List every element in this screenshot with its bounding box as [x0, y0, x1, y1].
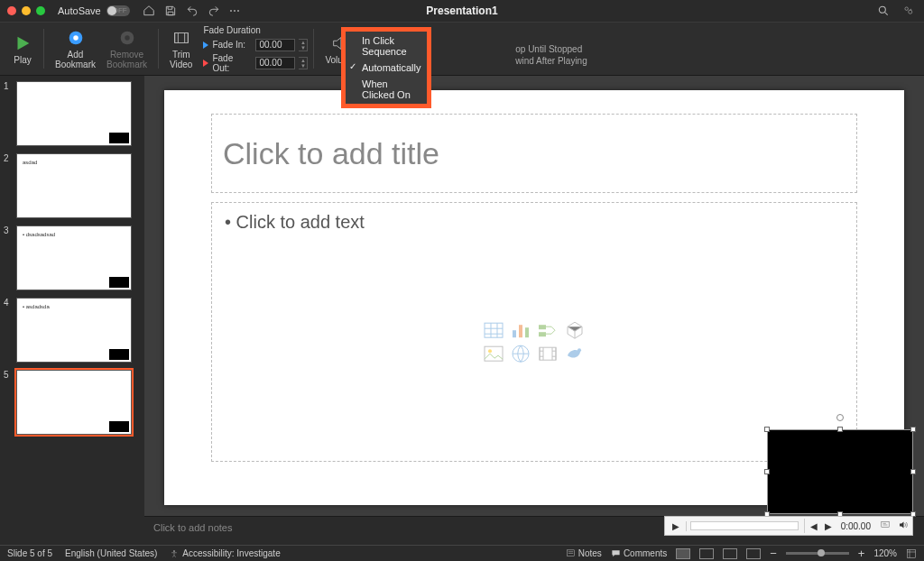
dropdown-item-in-click-sequence[interactable]: In Click Sequence	[346, 32, 427, 60]
document-title: Presentation1	[0, 5, 924, 17]
start-dropdown-menu: In Click Sequence Automatically When Cli…	[341, 27, 431, 108]
fade-out-icon	[203, 60, 208, 67]
comments-toggle[interactable]: Comments	[611, 548, 667, 558]
resize-handle[interactable]	[764, 427, 770, 432]
fade-out-stepper[interactable]: ▲▼	[299, 57, 308, 69]
add-bookmark-label: Add Bookmark	[55, 50, 96, 69]
home-icon[interactable]	[143, 5, 155, 17]
normal-view-button[interactable]	[676, 548, 690, 559]
accessibility-indicator[interactable]: Accessibility: Investigate	[170, 548, 280, 558]
insert-table-icon[interactable]	[483, 319, 504, 337]
fade-duration-group: Fade Duration Fade In: 00.00 ▲▼ Fade Out…	[203, 25, 308, 73]
play-label: Play	[14, 55, 31, 65]
svg-rect-23	[567, 550, 574, 556]
body-placeholder[interactable]: • Click to add text	[211, 202, 857, 462]
slide-thumbnail-panel[interactable]: 1 2asdad 3• dsadsadsad 4• asdadsda 5	[0, 76, 144, 545]
autosave-toggle[interactable]: AutoSave OFF	[58, 5, 130, 16]
zoom-percent[interactable]: 120%	[873, 548, 897, 558]
insert-video-icon[interactable]	[537, 343, 559, 361]
media-seek-track[interactable]	[690, 521, 799, 530]
media-volume-button[interactable]	[894, 520, 912, 532]
slide-stage[interactable]: Click to add title • Click to add text	[144, 76, 924, 516]
sorter-view-button[interactable]	[699, 548, 714, 559]
redo-icon[interactable]	[208, 5, 220, 17]
slide-thumbnail-3[interactable]: • dsadsadsad	[16, 225, 132, 290]
dropdown-item-automatically[interactable]: Automatically	[346, 60, 427, 76]
slide-thumbnail-5[interactable]	[16, 370, 132, 435]
insert-smartart-icon[interactable]	[537, 319, 559, 337]
thumb-number: 5	[4, 370, 13, 435]
zoom-out-button[interactable]: −	[770, 547, 777, 560]
title-placeholder[interactable]: Click to add title	[211, 114, 857, 193]
insert-picture-icon[interactable]	[483, 343, 504, 361]
slide-thumbnail-2[interactable]: asdad	[16, 153, 132, 218]
svg-point-6	[125, 35, 130, 41]
svg-point-0	[879, 6, 885, 13]
media-play-button[interactable]: ▶	[665, 521, 687, 531]
fit-to-window-button[interactable]	[906, 548, 917, 559]
fade-in-stepper[interactable]: ▲▼	[299, 39, 308, 51]
trim-video-button[interactable]: Trim Video	[164, 26, 198, 71]
thumb-number: 3	[4, 225, 13, 290]
media-skip-back-button[interactable]: ◀	[807, 521, 821, 531]
title-bar: AutoSave OFF ⋯ Presentation1	[0, 0, 924, 22]
slide-thumbnail-1[interactable]	[16, 81, 132, 146]
playback-options-right: op Until Stopped wind After Playing	[515, 32, 587, 66]
close-window-icon[interactable]	[7, 6, 16, 15]
content-insert-icons[interactable]	[483, 319, 586, 361]
reading-view-button[interactable]	[723, 548, 737, 559]
slide[interactable]: Click to add title • Click to add text	[164, 90, 904, 505]
thumb-number: 1	[4, 81, 13, 146]
dropdown-item-when-clicked-on[interactable]: When Clicked On	[346, 76, 427, 103]
minimize-window-icon[interactable]	[22, 6, 31, 15]
workspace: 1 2asdad 3• dsadsadsad 4• asdadsda 5 Cli…	[0, 76, 924, 545]
insert-online-picture-icon[interactable]	[510, 343, 531, 361]
resize-handle[interactable]	[910, 427, 916, 432]
resize-handle[interactable]	[837, 427, 843, 432]
slide-counter[interactable]: Slide 5 of 5	[7, 548, 52, 558]
notes-placeholder-text: Click to add notes	[153, 522, 232, 533]
svg-point-4	[73, 35, 79, 41]
rotate-handle-icon[interactable]	[836, 414, 844, 421]
svg-rect-21	[882, 522, 889, 528]
svg-point-20	[578, 348, 581, 352]
insert-3d-icon[interactable]	[564, 319, 586, 337]
qat-more-icon[interactable]: ⋯	[229, 5, 240, 17]
zoom-in-button[interactable]: +	[858, 547, 865, 560]
media-control-strip: ▶ ◀ ▶ 0:00.00	[664, 516, 913, 536]
slide-thumbnail-4[interactable]: • asdadsda	[16, 298, 132, 363]
thumb-number: 2	[4, 153, 13, 218]
language-indicator[interactable]: English (United States)	[65, 548, 157, 558]
quick-access-toolbar: ⋯	[143, 5, 240, 17]
search-icon[interactable]	[877, 5, 890, 17]
svg-rect-10	[485, 323, 503, 337]
insert-chart-icon[interactable]	[510, 319, 531, 337]
remove-bookmark-button: Remove Bookmark	[101, 26, 152, 71]
add-bookmark-button[interactable]: Add Bookmark	[50, 26, 101, 71]
autosave-label: AutoSave	[58, 5, 101, 16]
notes-toggle[interactable]: Notes	[566, 548, 602, 558]
share-icon[interactable]	[902, 5, 915, 17]
slide-canvas-area: Click to add title • Click to add text	[144, 76, 924, 545]
title-placeholder-text: Click to add title	[223, 136, 439, 171]
thumb-number: 4	[4, 298, 13, 363]
notes-icon	[566, 548, 576, 558]
slideshow-view-button[interactable]	[746, 548, 761, 559]
undo-icon[interactable]	[186, 5, 199, 17]
fade-in-icon	[203, 41, 208, 49]
autosave-switch[interactable]: OFF	[106, 5, 130, 16]
save-icon[interactable]	[164, 5, 177, 17]
resize-handle[interactable]	[910, 469, 916, 474]
fade-in-input[interactable]: 00.00	[255, 39, 295, 51]
resize-handle[interactable]	[764, 469, 770, 474]
media-captions-button[interactable]	[876, 520, 894, 531]
fullscreen-window-icon[interactable]	[36, 6, 45, 15]
media-skip-fwd-button[interactable]: ▶	[821, 521, 836, 531]
zoom-slider[interactable]	[786, 552, 849, 555]
fade-out-input[interactable]: 00.00	[255, 57, 295, 69]
svg-point-17	[488, 349, 492, 353]
svg-rect-19	[540, 347, 556, 360]
video-object[interactable]	[767, 429, 913, 514]
insert-cameo-icon[interactable]	[564, 343, 586, 361]
play-button[interactable]: Play	[7, 32, 38, 67]
